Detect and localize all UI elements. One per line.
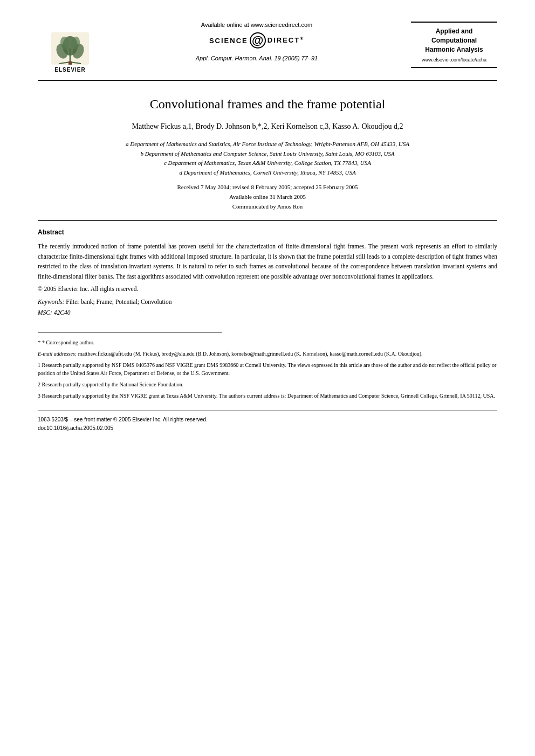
header-divider (38, 80, 497, 81)
available-online-date: Available online 31 March 2005 (38, 193, 497, 200)
copyright: © 2005 Elsevier Inc. All rights reserved… (38, 286, 497, 292)
keywords-values: Filter bank; Frame; Potential; Convoluti… (66, 299, 172, 305)
page: ELSEVIER Available online at www.science… (0, 0, 535, 756)
affiliation-b: b Department of Mathematics and Computer… (38, 149, 497, 159)
elsevier-logo-section: ELSEVIER (38, 22, 102, 73)
footnote-2: 2 Research partially supported by the Na… (38, 380, 497, 389)
issn-line: 1063-5203/$ – see front matter © 2005 El… (38, 415, 497, 424)
elsevier-label: ELSEVIER (54, 67, 85, 73)
logo-tree-icon (51, 32, 89, 65)
header: ELSEVIER Available online at www.science… (38, 22, 497, 73)
affiliation-a: a Department of Mathematics and Statisti… (38, 140, 497, 149)
footnote-corresponding: * * Corresponding author. (38, 338, 497, 347)
affiliations: a Department of Mathematics and Statisti… (38, 140, 497, 177)
journal-ref: Appl. Comput. Harmon. Anal. 19 (2005) 77… (113, 55, 400, 61)
available-online-text: Available online at www.sciencedirect.co… (113, 22, 400, 28)
abstract-title: Abstract (38, 228, 497, 236)
footnote-emails: E-mail addresses: matthew.fickus@afit.ed… (38, 350, 497, 358)
journal-website: www.elsevier.com/locate/acha (411, 57, 497, 63)
sciencedirect-logo: SCIENCE @ DIRECT® (113, 32, 400, 48)
science-text: SCIENCE (209, 37, 248, 45)
at-symbol-icon: @ (250, 32, 266, 48)
bottom-info: 1063-5203/$ – see front matter © 2005 El… (38, 411, 497, 433)
communicated-by: Communicated by Amos Ron (38, 203, 497, 210)
msc-value: 42C40 (54, 309, 71, 316)
keywords-label: Keywords: (38, 299, 64, 305)
journal-name: Applied and Computational Harmonic Analy… (411, 27, 497, 54)
doi-line: doi:10.1016/j.acha.2005.02.005 (38, 424, 497, 433)
authors: Matthew Fickus a,1, Brody D. Johnson b,*… (38, 122, 497, 131)
affiliation-d: d Department of Mathematics, Cornell Uni… (38, 168, 497, 178)
title-section: Convolutional frames and the frame poten… (38, 97, 497, 210)
paper-title: Convolutional frames and the frame poten… (38, 97, 497, 112)
abstract-section: Abstract The recently introduced notion … (38, 220, 497, 316)
footnote-3: 3 Research partially supported by the NS… (38, 392, 497, 400)
journal-name-box: Applied and Computational Harmonic Analy… (411, 22, 497, 68)
header-center: Available online at www.sciencedirect.co… (102, 22, 411, 61)
keywords: Keywords: Filter bank; Frame; Potential;… (38, 299, 497, 305)
footnote-1: 1 Research partially supported by NSF DM… (38, 361, 497, 377)
svg-rect-9 (68, 61, 72, 65)
elsevier-logo (46, 22, 94, 65)
abstract-text: The recently introduced notion of frame … (38, 241, 497, 281)
received-dates: Received 7 May 2004; revised 8 February … (38, 184, 497, 190)
footnotes-divider (38, 332, 222, 332)
msc: MSC: 42C40 (38, 309, 497, 316)
affiliation-c: c Department of Mathematics, Texas A&M U… (38, 158, 497, 168)
direct-text: DIRECT® (268, 36, 304, 44)
msc-label: MSC: (38, 309, 52, 316)
